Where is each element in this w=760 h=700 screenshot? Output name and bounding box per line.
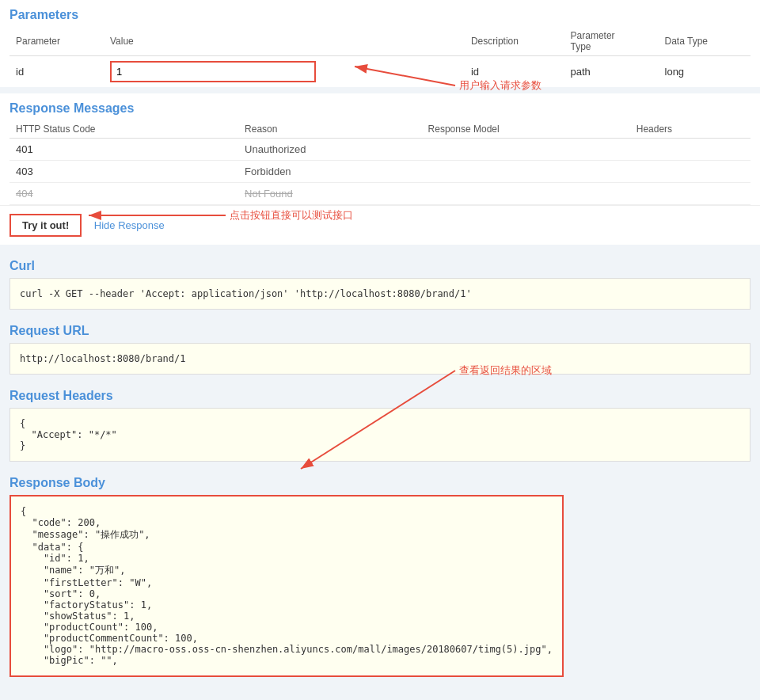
curl-section: Curl curl -X GET --header 'Accept: appli… [0, 251, 760, 310]
reason-401: Unauthorized [238, 139, 422, 161]
col-response-model: Response Model [422, 120, 630, 139]
col-data-type: Data Type [659, 27, 750, 56]
param-name-id: id [10, 56, 104, 88]
status-403: 403 [10, 161, 238, 183]
request-headers-title: Request Headers [0, 381, 760, 408]
request-headers-section: Request Headers { "Accept": "*/*" } [0, 381, 760, 462]
col-value: Value [104, 27, 465, 56]
param-datatype-id: long [659, 56, 750, 88]
col-reason: Reason [238, 120, 422, 139]
action-buttons-area: Try it out! Hide Response [0, 205, 760, 245]
response-body-section: Response Body { "code": 200, "message": … [0, 468, 760, 677]
col-headers: Headers [630, 120, 750, 139]
col-http-status: HTTP Status Code [10, 120, 238, 139]
request-url-value: http://localhost:8080/brand/1 [10, 343, 750, 375]
headers-404 [630, 183, 750, 205]
status-404: 404 [10, 183, 238, 205]
param-description-id: id [465, 56, 564, 88]
response-row-403: 403 Forbidden [10, 161, 750, 183]
response-header-row: HTTP Status Code Reason Response Model H… [10, 120, 750, 139]
parameters-title: Parameters [0, 0, 760, 27]
response-messages-table: HTTP Status Code Reason Response Model H… [10, 120, 750, 205]
params-header-row: Parameter Value Description ParameterTyp… [10, 27, 750, 56]
parameters-table: Parameter Value Description ParameterTyp… [10, 27, 750, 87]
model-403 [422, 161, 630, 183]
parameters-section: Parameters Parameter Value Description P… [0, 0, 760, 87]
reason-403: Forbidden [238, 161, 422, 183]
request-headers-value: { "Accept": "*/*" } [10, 408, 750, 462]
col-parameter-type: ParameterType [564, 27, 659, 56]
reason-404: Not Found [238, 183, 422, 205]
col-description: Description [465, 27, 564, 56]
response-messages-title: Response Messages [0, 93, 760, 120]
response-body-value: { "code": 200, "message": "操作成功", "data"… [10, 495, 564, 677]
col-parameter: Parameter [10, 27, 104, 56]
response-messages-section: Response Messages HTTP Status Code Reaso… [0, 93, 760, 245]
headers-401 [630, 139, 750, 161]
curl-title: Curl [0, 251, 760, 278]
hide-response-link[interactable]: Hide Response [94, 219, 165, 231]
status-401: 401 [10, 139, 238, 161]
param-id-input[interactable] [110, 61, 316, 82]
model-401 [422, 139, 630, 161]
param-type-id: path [564, 56, 659, 88]
response-body-title: Response Body [0, 468, 760, 495]
request-url-title: Request URL [0, 316, 760, 343]
param-row-id: id id path long [10, 56, 750, 88]
curl-value: curl -X GET --header 'Accept: applicatio… [10, 278, 750, 310]
response-row-404: 404 Not Found [10, 183, 750, 205]
request-url-section: Request URL http://localhost:8080/brand/… [0, 316, 760, 375]
headers-403 [630, 161, 750, 183]
try-it-out-button[interactable]: Try it out! [10, 214, 82, 237]
page-wrapper: Parameters Parameter Value Description P… [0, 0, 760, 700]
param-value-cell [104, 56, 465, 88]
response-row-401: 401 Unauthorized [10, 139, 750, 161]
model-404 [422, 183, 630, 205]
